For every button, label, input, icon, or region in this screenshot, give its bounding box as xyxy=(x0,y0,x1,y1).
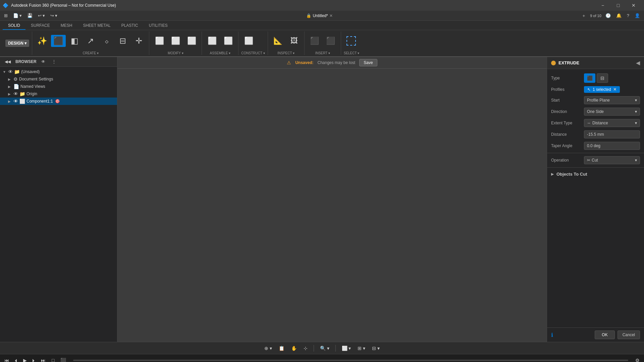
modify-btn2[interactable]: ⬜ xyxy=(168,35,183,47)
objects-to-cut-row[interactable]: ▶ Objects To Cut xyxy=(547,169,644,179)
zoom-button[interactable]: 🔍 ▾ xyxy=(318,345,331,352)
extrude-body: Type ⬛ ⊟ Profiles ↖ 1 selected xyxy=(547,69,644,327)
tree-item-origin[interactable]: ▶ 👁 📁 Origin xyxy=(0,90,117,98)
taper-input[interactable] xyxy=(584,142,640,150)
inspect-btn2[interactable]: 🖼 xyxy=(287,35,302,47)
timeline-prev-button[interactable]: ⏴ xyxy=(12,357,20,362)
timeline-next-button[interactable]: ⏵ xyxy=(30,357,38,362)
tree-item-named-views[interactable]: ▶ 📄 Named Views xyxy=(0,83,117,90)
insert-btn1[interactable]: ⬛ xyxy=(307,35,322,47)
grid-button[interactable]: 📋 xyxy=(277,345,286,352)
view-mode-button3[interactable]: ⊟ ▾ xyxy=(370,345,382,352)
tab-mesh[interactable]: MESH xyxy=(55,22,78,30)
expand-origin[interactable]: ▶ xyxy=(8,92,13,96)
orbit-button[interactable]: ⊹ xyxy=(302,345,310,352)
insert-label[interactable]: INSERT ▾ xyxy=(307,50,338,55)
create-sweep-button[interactable]: ↗ xyxy=(83,35,98,47)
type-btn-solid[interactable]: ⬛ xyxy=(584,73,595,83)
modify-label[interactable]: MODIFY ▾ xyxy=(152,50,199,55)
revolve-icon: ◧ xyxy=(71,36,78,46)
distance-input[interactable] xyxy=(584,130,640,138)
snap-button[interactable]: ⊕ ▾ xyxy=(262,345,274,352)
expand-comp1[interactable]: ▶ xyxy=(8,100,13,103)
app-menu-button[interactable]: ⊞ xyxy=(3,12,9,19)
construct-label[interactable]: CONSTRUCT ▾ xyxy=(241,50,265,55)
create-new-component-button[interactable]: ✨ xyxy=(35,35,50,47)
changes-text: Changes may be lost xyxy=(317,60,355,65)
timeline-settings-button[interactable]: ⚙ xyxy=(634,357,641,362)
file-button[interactable]: 📄 ▾ xyxy=(12,12,23,19)
undo-button[interactable]: ↩ ▾ xyxy=(37,12,46,19)
insert-btn2[interactable]: ⬛ xyxy=(323,35,338,47)
select-btn1[interactable] xyxy=(344,35,359,47)
browser-eye-button[interactable]: 👁 xyxy=(39,58,47,65)
cancel-button[interactable]: Cancel xyxy=(618,330,640,339)
tab-utilities[interactable]: UTILITIES xyxy=(144,22,173,30)
add-tab-button[interactable]: ＋ xyxy=(580,12,587,19)
operation-dropdown[interactable]: ✂ Cut ▾ xyxy=(584,156,640,164)
inspect-label[interactable]: INSPECT ▾ xyxy=(271,50,302,55)
timeline-track[interactable] xyxy=(73,360,628,361)
timeline-mode1-button[interactable]: □ xyxy=(50,357,56,362)
tab-surface[interactable]: SURFACE xyxy=(25,22,55,30)
create-loft-button[interactable]: ⬦ xyxy=(99,35,114,47)
close-button[interactable]: ✕ xyxy=(626,0,641,11)
expand-doc[interactable]: ▶ xyxy=(8,77,13,81)
modify-btn3[interactable]: ⬜ xyxy=(184,35,199,47)
create-revolve-button[interactable]: ◧ xyxy=(67,35,82,47)
select-label[interactable]: SELECT ▾ xyxy=(344,50,360,55)
extrude-footer: ℹ OK Cancel xyxy=(547,327,644,342)
close-doc-icon[interactable]: ✕ xyxy=(329,13,333,18)
create-rib-button[interactable]: ⊟ xyxy=(115,35,130,47)
assemble-label[interactable]: ASSEMBLE ▾ xyxy=(205,50,235,55)
tree-item-root[interactable]: ▼ 👁 📁 (Unsaved) xyxy=(0,68,117,75)
save-toolbar-button[interactable]: 💾 xyxy=(26,12,34,19)
direction-dropdown[interactable]: One Side ▾ xyxy=(584,108,640,116)
help-button[interactable]: ? xyxy=(626,12,631,19)
objects-to-cut-expand[interactable]: ▶ xyxy=(551,172,554,176)
extent-type-row: Extent Type ↔ Distance ▾ xyxy=(547,117,644,129)
profiles-clear-button[interactable]: ✕ xyxy=(613,87,616,92)
timeline-play-button[interactable]: ▶ xyxy=(21,357,29,362)
user-button[interactable]: 👤 xyxy=(633,12,641,19)
extent-type-dropdown[interactable]: ↔ Distance ▾ xyxy=(584,119,640,127)
notifications-button[interactable]: 🔔 xyxy=(615,12,623,19)
expand-root[interactable]: ▼ xyxy=(3,70,8,74)
main-area: ◀◀ BROWSER 👁 ⋮ ▼ 👁 📁 (Unsaved) ▶ ⚙ Docum… xyxy=(0,57,644,342)
info-icon[interactable]: ℹ xyxy=(551,332,553,338)
ok-button[interactable]: OK xyxy=(595,330,614,339)
create-move-button[interactable]: ✛ xyxy=(131,35,146,47)
tree-item-doc-settings[interactable]: ▶ ⚙ Document Settings xyxy=(0,75,117,83)
design-dropdown-button[interactable]: DESIGN ▾ xyxy=(5,40,29,47)
assemble-btn1[interactable]: ⬜ xyxy=(205,35,219,47)
browser-more-button[interactable]: ⋮ xyxy=(50,58,58,65)
type-btn-thin[interactable]: ⊟ xyxy=(597,73,608,83)
timeline-end-button[interactable]: ⏭ xyxy=(39,357,47,362)
tab-sheet-metal[interactable]: SHEET METAL xyxy=(77,22,116,30)
clock-button[interactable]: 🕐 xyxy=(604,12,612,19)
maximize-button[interactable]: □ xyxy=(610,0,626,11)
start-dropdown[interactable]: Profile Plane ▾ xyxy=(584,96,640,104)
panel-expand-icon[interactable]: ◀ xyxy=(636,60,640,66)
construct-btn1[interactable]: ⬜ xyxy=(241,35,256,47)
timeline-mode2-button[interactable]: ⬛ xyxy=(59,357,68,362)
minimize-button[interactable]: − xyxy=(595,0,610,11)
save-button[interactable]: Save xyxy=(359,59,377,66)
browser-collapse-button[interactable]: ◀◀ xyxy=(3,58,13,65)
modify-btn1[interactable]: ⬜ xyxy=(152,35,167,47)
panel-status-dot xyxy=(551,61,556,65)
timeline-prev-start-button[interactable]: ⏮ xyxy=(3,357,11,362)
create-extrude-button[interactable]: ⬛ xyxy=(51,35,66,47)
inspect-btn1[interactable]: 📐 xyxy=(271,35,285,47)
tab-plastic[interactable]: PLASTIC xyxy=(116,22,144,30)
view-mode-button1[interactable]: ⬜ ▾ xyxy=(340,345,353,352)
create-label[interactable]: CREATE ▾ xyxy=(35,50,146,55)
view-mode-button2[interactable]: ⊞ ▾ xyxy=(356,345,367,352)
redo-button[interactable]: ↪ ▾ xyxy=(49,12,59,19)
pan-button[interactable]: ✋ xyxy=(289,345,299,352)
assemble-btn2[interactable]: ⬜ xyxy=(221,35,235,47)
profiles-badge[interactable]: ↖ 1 selected ✕ xyxy=(584,86,620,93)
expand-named-views[interactable]: ▶ xyxy=(8,85,13,88)
tree-item-component1[interactable]: ▶ 👁 ⬜ Component1:1 🎯 xyxy=(0,98,117,105)
tab-solid[interactable]: SOLID xyxy=(3,22,25,30)
